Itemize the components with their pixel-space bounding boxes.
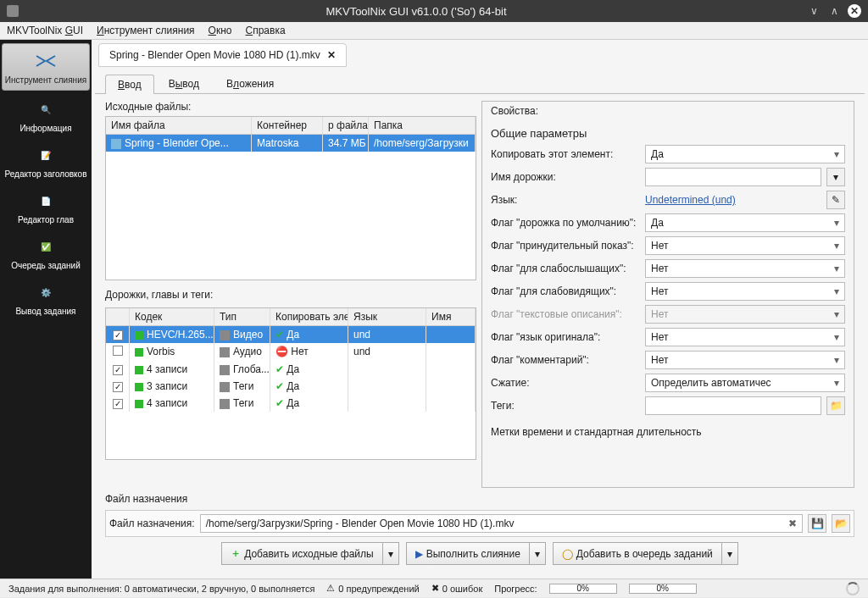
default-flag-combo[interactable]: Да — [645, 213, 845, 232]
sidebar-item-output[interactable]: ⚙️ Вывод задания — [0, 275, 92, 321]
sidebar-item-jobs[interactable]: ✅ Очередь заданий — [0, 230, 92, 275]
track-row[interactable]: ✓HEVC/H.265...Видео✔ Даund — [106, 326, 476, 343]
tags-input[interactable] — [645, 396, 821, 415]
col-type[interactable]: Тип — [214, 308, 270, 325]
start-mux-split[interactable]: ▾ — [530, 542, 546, 565]
titlebar: MKVToolNix GUI v61.0.0 ('So') 64-bit ∨ ∧… — [0, 0, 868, 22]
headers-icon: 📝 — [34, 143, 58, 167]
track-checkbox[interactable]: ✓ — [113, 399, 123, 409]
tab-input[interactable]: Ввод — [105, 75, 154, 94]
tab-attachments[interactable]: Вложения — [214, 74, 287, 93]
general-header: Общие параметры — [491, 120, 845, 145]
progress-bar-2: 0% — [629, 584, 697, 594]
chapters-icon: 📄 — [34, 189, 58, 213]
browse-tags-icon[interactable]: 📁 — [826, 396, 845, 415]
visual-flag-combo[interactable]: Нет — [645, 282, 845, 301]
source-files-table[interactable]: Имя файла Контейнер р файла Папка Spring… — [105, 116, 476, 280]
track-row[interactable]: ✓3 записиТеги✔ Да — [106, 378, 476, 395]
info-icon: 🔍 — [34, 97, 58, 121]
dest-label: Файл назначения: — [109, 518, 195, 529]
status-errors: ✖0 ошибок — [431, 583, 483, 594]
content: Spring - Blender Open Movie 1080 HD (1).… — [92, 40, 868, 579]
menu-app[interactable]: MKVToolNix GUI — [7, 25, 83, 36]
hearing-flag-combo[interactable]: Нет — [645, 259, 845, 278]
check-icon: ✔ — [275, 380, 284, 392]
doc-tab-close-icon[interactable]: ✕ — [327, 49, 336, 61]
comment-flag-combo[interactable]: Нет — [645, 351, 845, 369]
check-icon: ✔ — [275, 397, 284, 409]
col-filename[interactable]: Имя файла — [106, 117, 252, 134]
track-row[interactable]: ✓4 записиТеги✔ Да — [106, 395, 476, 412]
forced-flag-combo[interactable]: Нет — [645, 236, 845, 255]
trackname-dropdown-icon[interactable]: ▾ — [826, 168, 845, 186]
status-jobs: Задания для выполнения: 0 автоматически,… — [8, 584, 314, 594]
properties-panel: Общие параметры Копировать этот элемент:… — [482, 120, 854, 487]
menubar: MKVToolNix GUI Инструмент слияния Окно С… — [0, 22, 868, 40]
sidebar-item-info[interactable]: 🔍 Информация — [0, 92, 92, 138]
menu-help[interactable]: Справка — [246, 25, 286, 36]
menu-window[interactable]: Окно — [209, 25, 232, 36]
progress-bar-1: 0% — [549, 584, 617, 594]
app-icon — [7, 5, 19, 17]
add-source-button[interactable]: ＋Добавить исходные файлы — [221, 542, 382, 565]
track-row[interactable]: VorbisАудио⛔ Нетund — [106, 343, 476, 361]
dest-section-label: Файл назначения — [105, 493, 854, 505]
col-lang[interactable]: Язык — [348, 308, 426, 325]
track-checkbox[interactable] — [113, 346, 123, 356]
minimize-icon[interactable]: ∨ — [807, 4, 821, 18]
track-name-input[interactable] — [645, 168, 821, 186]
spinner-icon — [846, 582, 860, 595]
color-square — [135, 366, 143, 374]
add-source-split[interactable]: ▾ — [383, 542, 399, 565]
add-to-queue-split[interactable]: ▾ — [722, 542, 738, 565]
no-icon: ⛔ — [275, 346, 288, 357]
sidebar-item-merge[interactable]: Инструмент слияния — [2, 43, 90, 91]
col-codec[interactable]: Кодек — [130, 308, 214, 325]
edit-language-icon[interactable]: ✎ — [826, 191, 845, 209]
col-name[interactable]: Имя — [426, 308, 476, 325]
color-square — [135, 383, 143, 391]
track-checkbox[interactable]: ✓ — [113, 365, 123, 375]
browse-dest-icon[interactable]: 💾 — [808, 514, 826, 533]
origlang-flag-combo[interactable]: Нет — [645, 328, 845, 346]
output-icon: ⚙️ — [34, 280, 58, 304]
start-mux-button[interactable]: ▶Выполнить слияние — [406, 542, 530, 565]
sidebar-item-headers[interactable]: 📝 Редактор заголовков — [0, 138, 92, 184]
source-file-row[interactable]: Spring - Blender Ope... Matroska 34.7 МБ… — [106, 135, 476, 152]
track-checkbox[interactable]: ✓ — [113, 382, 123, 392]
recent-dest-icon[interactable]: 📂 — [832, 514, 850, 533]
track-row[interactable]: ✓4 записиГлоба...✔ Да — [106, 361, 476, 378]
tracks-table[interactable]: Кодек Тип Копировать элем Язык Имя ✓HEVC… — [105, 307, 476, 460]
dest-file-input[interactable]: /home/serg/Загрузки/Spring - Blender Ope… — [200, 514, 803, 533]
menu-merge[interactable]: Инструмент слияния — [97, 25, 195, 36]
merge-icon — [34, 49, 58, 73]
ring-icon: ◯ — [562, 548, 573, 560]
warning-icon: ⚠ — [326, 583, 335, 594]
document-tab[interactable]: Spring - Blender Open Movie 1080 HD (1).… — [98, 43, 347, 67]
check-icon: ✔ — [275, 363, 284, 375]
clear-dest-icon[interactable]: ✖ — [788, 518, 797, 529]
tab-output[interactable]: Вывод — [156, 74, 212, 93]
properties-label: Свойства: — [482, 102, 854, 117]
type-icon — [220, 382, 230, 392]
col-copy[interactable]: Копировать элем — [270, 308, 348, 325]
color-square — [135, 400, 143, 408]
compression-combo[interactable]: Определить автоматичес — [645, 374, 845, 392]
maximize-icon[interactable]: ∧ — [827, 4, 841, 18]
add-to-queue-button[interactable]: ◯Добавить в очередь заданий — [553, 542, 722, 565]
col-folder[interactable]: Папка — [369, 117, 476, 134]
jobs-icon: ✅ — [34, 235, 58, 258]
col-size[interactable]: р файла — [323, 117, 369, 134]
col-container[interactable]: Контейнер — [252, 117, 323, 134]
status-warnings: ⚠0 предупреждений — [326, 583, 419, 594]
textdesc-flag-combo: Нет — [645, 305, 845, 324]
plus-icon: ＋ — [231, 546, 241, 561]
track-checkbox[interactable]: ✓ — [113, 330, 123, 341]
copy-element-combo[interactable]: Да — [645, 145, 845, 163]
language-link[interactable]: Undetermined (und) — [645, 194, 821, 206]
close-icon[interactable]: ✕ — [848, 4, 861, 18]
sidebar-item-chapters[interactable]: 📄 Редактор глав — [0, 184, 92, 230]
type-icon — [220, 347, 230, 357]
error-icon: ✖ — [431, 583, 439, 594]
check-icon: ✔ — [275, 329, 284, 341]
